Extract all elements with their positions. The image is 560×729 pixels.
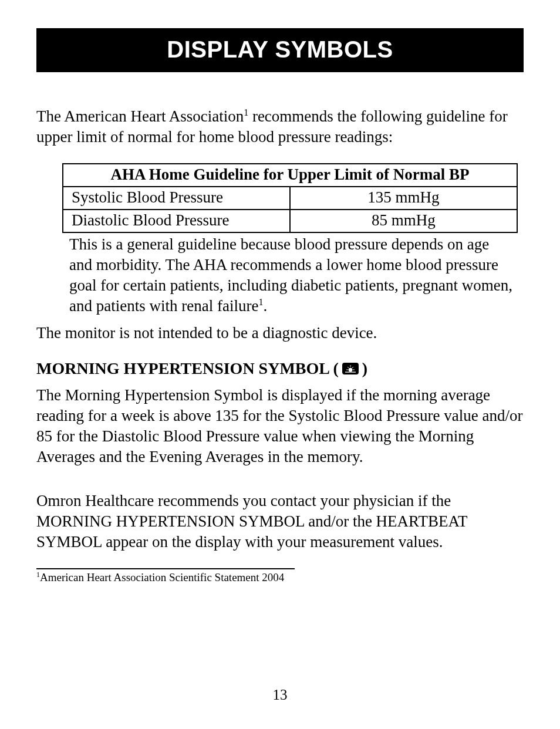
diagnostic-disclaimer: The monitor is not intended to be a diag… [36,323,524,343]
intro-superscript: 1 [244,107,248,117]
subhead-prefix: MORNING HYPERTENSION SYMBOL ( [36,359,339,378]
cell-systolic-label: Systolic Blood Pressure [63,187,290,210]
footnote-text: American Heart Association Scientific St… [40,572,284,584]
table-row: Systolic Blood Pressure 135 mmHg [63,187,517,210]
cell-diastolic-label: Diastolic Blood Pressure [63,210,290,232]
morning-hypertension-icon [342,363,359,374]
page: DISPLAY SYMBOLS The American Heart Assoc… [0,0,560,729]
note-text-2: . [263,297,267,315]
morning-hypertension-heading: MORNING HYPERTENSION SYMBOL ( ) [36,359,524,378]
intro-paragraph: The American Heart Association1 recommen… [36,106,524,147]
bp-guideline-table: AHA Home Guideline for Upper Limit of No… [62,163,518,233]
guideline-note: This is a general guideline because bloo… [69,234,515,316]
table-caption: AHA Home Guideline for Upper Limit of No… [63,164,517,187]
footnote: 1American Heart Association Scientific S… [36,571,524,584]
bp-table-wrap: AHA Home Guideline for Upper Limit of No… [62,163,518,233]
svg-line-4 [348,367,349,368]
cell-systolic-value: 135 mmHg [290,187,517,210]
subhead-suffix: ) [362,359,367,378]
svg-point-0 [349,368,352,372]
footnote-rule [36,568,295,569]
note-text-1: This is a general guideline because bloo… [69,235,512,315]
table-row: Diastolic Blood Pressure 85 mmHg [63,210,517,232]
intro-text-1: The American Heart Association [36,107,244,125]
morning-hypertension-body: The Morning Hypertension Symbol is displ… [36,385,524,467]
section-title: DISPLAY SYMBOLS [36,28,524,72]
cell-diastolic-value: 85 mmHg [290,210,517,232]
page-number: 13 [0,687,560,703]
contact-physician-body: Omron Healthcare recommends you contact … [36,491,524,552]
svg-line-5 [352,367,353,368]
